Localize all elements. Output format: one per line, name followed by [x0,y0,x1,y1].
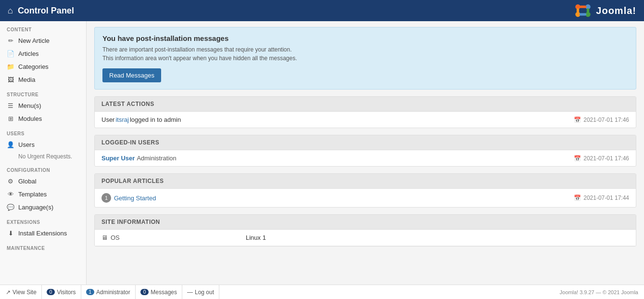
logged-user-name[interactable]: Super User [101,155,135,162]
footer-separator: — [596,289,603,295]
site-info-header: SITE INFORMATION [95,215,636,230]
top-header: ⌂ Control Panel Joomla! [0,0,644,21]
calendar-icon-3: 📅 [574,195,581,201]
post-install-heading: You have post-installation messages [102,34,628,42]
footer-right: Joomla! 3.9.27 — © 2021 Joomla [560,289,638,295]
sidebar-item-label: Media [18,76,35,83]
sidebar-item-modules[interactable]: ⊞ Modules [0,112,86,125]
footer-copyright: © 2021 Joomla [603,289,638,295]
action-user-link[interactable]: itsraj [115,116,128,123]
page-title: Control Panel [18,6,74,16]
popular-articles-panel: POPULAR ARTICLES 1 Getting Started 📅 202… [94,173,636,208]
latest-actions-row: User itsraj logged in to admin 📅 2021-07… [95,112,636,128]
admin-badge: 1 [86,289,95,295]
home-icon[interactable]: ⌂ [8,6,13,16]
footer-bar: ↗ View Site 0 Visitors 1 Administrator 0… [0,285,644,299]
article-link[interactable]: Getting Started [114,195,156,202]
sidebar-item-label: Articles [18,50,39,57]
visitors-label: Visitors [57,289,76,296]
logged-in-user-left: Super User Administration [101,155,177,162]
logged-in-users-row: Super User Administration 📅 2021-07-01 1… [95,150,636,166]
sidebar-item-users[interactable]: 👤 Users [0,138,86,151]
sidebar-item-categories[interactable]: 📁 Categories [0,60,86,73]
read-messages-button[interactable]: Read Messages [102,68,161,82]
popular-article-timestamp: 📅 2021-07-01 17:44 [574,195,629,201]
sidebar-item-global[interactable]: ⚙ Global [0,175,86,188]
sidebar-section-content: CONTENT [0,21,86,34]
logged-user-role: Administration [137,155,176,162]
logged-user-timestamp: 📅 2021-07-01 17:46 [574,155,629,162]
joomla-logo-icon [573,3,593,18]
rank-badge: 1 [101,193,111,203]
latest-actions-row-left: User itsraj logged in to admin [101,116,181,123]
logged-in-users-header: LOGGED-IN USERS [95,135,636,150]
sidebar-item-label: Modules [18,115,42,122]
sidebar-item-templates[interactable]: 👁 Templates [0,188,86,201]
folder-icon: 📁 [7,63,14,70]
timestamp-value-2: 2021-07-01 17:46 [583,155,629,162]
site-info-os-label: 🖥 OS [101,234,246,241]
latest-actions-header: LATEST ACTIONS [95,97,636,112]
popular-articles-header: POPULAR ARTICLES [95,174,636,189]
svg-rect-6 [580,13,587,15]
sidebar-item-label: Global [18,178,37,185]
svg-rect-7 [577,8,579,13]
action-text-after: logged in to admin [130,116,181,123]
post-install-line2: This information area won't appear when … [102,55,628,62]
sidebar-item-languages[interactable]: 💬 Language(s) [0,201,86,214]
pencil-icon: ✏ [7,37,14,44]
action-text-before: User [101,116,114,123]
footer-messages[interactable]: 0 Messages [136,285,182,299]
sidebar-item-menus[interactable]: ☰ Menu(s) [0,99,86,112]
file-icon: 📄 [7,50,14,57]
sidebar-item-articles[interactable]: 📄 Articles [0,47,86,60]
post-install-box: You have post-installation messages Ther… [94,27,636,90]
footer-visitors[interactable]: 0 Visitors [42,285,81,299]
latest-actions-panel: LATEST ACTIONS User itsraj logged in to … [94,96,636,128]
footer-left: ↗ View Site 0 Visitors 1 Administrator 0… [6,285,219,299]
footer-logout[interactable]: — Log out [182,285,219,299]
post-install-line1: There are important post-installation me… [102,46,628,53]
sidebar-item-label: Menu(s) [18,102,41,109]
svg-rect-5 [580,6,587,8]
sidebar-item-label: Templates [18,191,47,198]
sidebar-item-label: Categories [18,63,49,70]
administrator-label: Administrator [96,289,130,296]
sidebar-item-install-extensions[interactable]: ⬇ Install Extensions [0,227,86,240]
modules-icon: ⊞ [7,115,14,122]
site-info-row-os: 🖥 OS Linux 1 [95,230,636,246]
external-link-icon: ↗ [6,289,11,296]
timestamp-value-3: 2021-07-01 17:44 [583,195,629,201]
monitor-icon: 🖥 [101,234,108,241]
calendar-icon: 📅 [574,117,581,123]
sidebar-item-label: Language(s) [18,204,53,211]
sidebar-item-media[interactable]: 🖼 Media [0,73,86,86]
speech-icon: 💬 [7,204,14,211]
sidebar-section-extensions: EXTENSIONS [0,214,86,227]
footer-view-site[interactable]: ↗ View Site [6,285,42,299]
messages-badge: 0 [140,289,149,295]
footer-administrator[interactable]: 1 Administrator [81,285,136,299]
view-site-label: View Site [13,289,37,296]
joomla-logo: Joomla! [573,3,636,18]
main-layout: CONTENT ✏ New Article 📄 Articles 📁 Categ… [0,21,644,285]
image-icon: 🖼 [7,76,14,83]
sidebar-section-configuration: CONFIGURATION [0,162,86,175]
messages-label: Messages [151,289,177,296]
eye-icon: 👁 [7,191,14,198]
calendar-icon-2: 📅 [574,155,581,162]
sidebar-item-label: New Article [18,37,50,44]
svg-rect-8 [587,8,589,13]
download-icon: ⬇ [7,230,14,237]
latest-actions-timestamp: 📅 2021-07-01 17:46 [574,117,629,123]
no-urgent-requests: No Urgent Requests. [0,151,86,162]
sidebar-item-new-article[interactable]: ✏ New Article [0,34,86,47]
gear-icon: ⚙ [7,178,14,185]
joomla-version: Joomla! 3.9.27 [560,289,594,295]
logout-icon: — [187,289,193,296]
visitors-badge: 0 [47,289,55,295]
sidebar-section-structure: STRUCTURE [0,86,86,99]
header-title-group: ⌂ Control Panel [8,6,74,16]
user-icon: 👤 [7,141,14,148]
sidebar-item-label: Users [18,141,35,148]
